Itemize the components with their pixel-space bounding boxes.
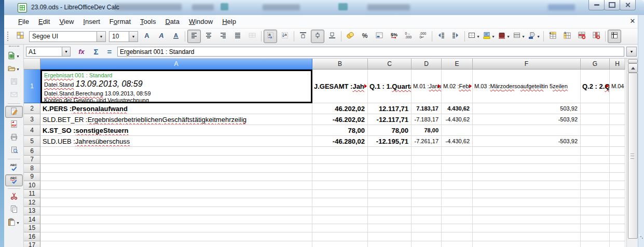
cell-E6[interactable] (442, 147, 473, 156)
maximize-button[interactable] (604, 0, 620, 10)
insert-columns-button[interactable] (560, 30, 574, 43)
print-preview-button[interactable] (5, 145, 23, 157)
column-header-F[interactable]: F (473, 59, 581, 70)
row-header-13[interactable]: 13 (24, 207, 40, 216)
cell-C9[interactable] (368, 173, 412, 182)
border-color-dropdown-icon[interactable]: ▾ (506, 34, 511, 39)
font-name-dropdown-icon[interactable]: ▾ (97, 32, 105, 42)
delete-columns-button[interactable] (590, 30, 603, 43)
delete-decimal-button[interactable]: .0000↵ (416, 30, 430, 43)
cell-E14[interactable] (442, 215, 473, 224)
cell-C8[interactable] (368, 164, 412, 173)
cell-E9[interactable] (442, 173, 473, 182)
cell-F2[interactable]: 503,92 (473, 103, 581, 114)
cell-B15[interactable] (312, 224, 368, 233)
spelling-button[interactable]: ABC (5, 161, 23, 173)
cell-F15[interactable] (473, 224, 581, 233)
cell-D9[interactable] (412, 173, 442, 182)
center-vertically-button[interactable] (311, 30, 324, 43)
cell-H7[interactable] (610, 156, 625, 164)
export-pdf-button[interactable]: PDF (5, 119, 23, 131)
cell-D10[interactable] (412, 181, 442, 190)
scrollbar-split-handle[interactable] (628, 59, 638, 63)
column-header-G[interactable]: G (581, 59, 610, 70)
paste-dropdown-icon[interactable]: ▾ (16, 221, 20, 225)
cell-F16[interactable] (473, 232, 581, 241)
cell-C3[interactable]: -12.117,71 (368, 114, 412, 125)
cell-G6[interactable] (581, 147, 610, 156)
cell-D11[interactable] (412, 190, 442, 199)
cell-A11[interactable] (40, 190, 312, 199)
cell-G13[interactable] (581, 207, 610, 216)
underline-button[interactable]: A (169, 30, 183, 43)
cell-A17[interactable] (40, 241, 312, 247)
cell-H17[interactable] (610, 241, 625, 247)
toolbar-grip[interactable] (9, 46, 19, 49)
background-color-dropdown-icon[interactable]: ▾ (491, 34, 496, 39)
cell-H14[interactable] (610, 215, 625, 224)
borders-button[interactable]: ▾ (467, 30, 481, 43)
cell-C6[interactable] (368, 147, 412, 156)
row-header-9[interactable]: 9 (24, 173, 40, 182)
cell-B11[interactable] (312, 190, 368, 199)
paste-button[interactable]: ▾ (5, 217, 23, 229)
bold-button[interactable]: A (140, 30, 154, 43)
cell-D17[interactable] (412, 241, 442, 247)
cell-D6[interactable] (412, 147, 442, 156)
formula-input[interactable]: Ergebnisart 001 : Standard (117, 47, 624, 57)
cell-G17[interactable] (581, 241, 610, 247)
cell-E15[interactable] (442, 224, 473, 233)
cell-G5[interactable] (581, 136, 610, 147)
cell-F13[interactable] (473, 207, 581, 216)
decrease-indent-button[interactable] (434, 30, 448, 43)
cell-A7[interactable] (40, 156, 312, 164)
cell-F7[interactable] (473, 156, 581, 164)
cell-G2[interactable] (581, 103, 610, 114)
cell-H9[interactable] (610, 173, 625, 182)
cell-D7[interactable] (412, 156, 442, 164)
cell-B6[interactable] (312, 147, 368, 156)
align-right-button[interactable] (216, 30, 230, 43)
select-all-button[interactable] (24, 59, 40, 70)
menu-help[interactable]: Help (217, 16, 241, 27)
cell-F6[interactable] (473, 147, 581, 156)
cell-C10[interactable] (368, 181, 412, 190)
cell-A16[interactable] (40, 232, 312, 241)
cell-G11[interactable] (581, 190, 610, 199)
toolbar-grip[interactable] (7, 32, 11, 41)
open-dropdown-icon[interactable]: ▾ (16, 67, 20, 72)
align-left-button[interactable] (187, 30, 201, 43)
freeze-panes-button[interactable] (608, 30, 621, 43)
cell-A10[interactable] (40, 181, 312, 190)
cell-C2[interactable]: 12.117,71 (368, 103, 412, 114)
cell-B5[interactable]: -46.280,02 (312, 136, 368, 147)
cell-B7[interactable] (312, 156, 368, 164)
edit-mode-button[interactable] (5, 106, 23, 118)
cell-C5[interactable]: -12.195,71 (368, 136, 412, 147)
cell-A12[interactable] (40, 198, 312, 207)
cell-D8[interactable] (412, 164, 442, 173)
cell-B4[interactable]: 78,00 (312, 125, 368, 136)
row-header-6[interactable]: 6 (24, 147, 40, 156)
cell-G4[interactable] (581, 125, 610, 136)
sum-icon[interactable]: Σ (90, 47, 102, 57)
percent-button[interactable]: % (358, 30, 372, 43)
delete-rows-button[interactable] (575, 30, 588, 43)
cell-D15[interactable] (412, 224, 442, 233)
cell-C17[interactable] (368, 241, 412, 247)
menu-insert[interactable]: Insert (78, 16, 105, 27)
cell-A3[interactable]: SLD.BET_ER : Ergebnis der betrieblichen … (40, 114, 312, 125)
cell-G7[interactable] (581, 156, 610, 164)
insert-rows-button[interactable] (546, 30, 559, 43)
cut-button[interactable] (5, 191, 23, 203)
cell-E8[interactable] (442, 164, 473, 173)
menu-edit[interactable]: Edit (34, 16, 54, 27)
column-header-B[interactable]: B (312, 59, 368, 70)
vertical-scrollbar[interactable] (626, 59, 638, 247)
name-box[interactable]: A1 ▾ (26, 47, 71, 57)
row-header-10[interactable]: 10 (24, 181, 40, 190)
new-document-dropdown-icon[interactable]: ▾ (16, 54, 20, 59)
copy-button[interactable] (5, 204, 23, 216)
text-direction-ltr-button[interactable]: a (264, 30, 277, 43)
cell-D4[interactable]: 78,00 (412, 125, 442, 136)
